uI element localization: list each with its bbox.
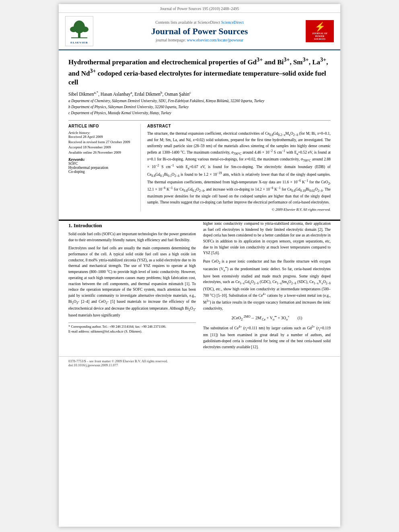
- footer-issn: 0378-7753/$ – see front matter © 2009 El…: [68, 359, 331, 363]
- journal-logo: ⚡ JOURNAL OFPOWERSOURCES: [306, 20, 334, 43]
- page: Journal of Power Sources 195 (2010) 2488…: [59, 4, 340, 527]
- article-info-heading: ARTICLE INFO: [68, 124, 136, 128]
- journal-header: ELSEVIER Contents lists available at Sci…: [59, 13, 340, 50]
- abstract-heading: ABSTRACT: [147, 124, 331, 128]
- elsevier-wordmark: ELSEVIER: [67, 41, 91, 44]
- homepage-url[interactable]: www.elsevier.com/locate/jpowsour: [187, 38, 243, 42]
- keyword-3: Co-doping: [68, 170, 136, 174]
- footer-doi: doi:10.1016/j.jpowsour.2009.11.077: [68, 363, 331, 367]
- body-left-col: 1. Introduction Solid oxide fuel cells (…: [68, 221, 196, 353]
- info-abstract-section: ARTICLE INFO Article history: Received 2…: [68, 120, 331, 212]
- affiliation-a: a Department of Chemistry, Süleyman Demi…: [68, 98, 331, 104]
- affiliations: a Department of Chemistry, Süleyman Demi…: [68, 98, 331, 116]
- logo-text: JOURNAL OFPOWERSOURCES: [312, 32, 328, 41]
- article-title: Hydrothermal preparation and electrochem…: [68, 56, 331, 87]
- received-date: Received 28 April 2009: [68, 135, 136, 139]
- journal-main-title: Journal of Power Sources: [97, 26, 302, 37]
- right-para3: The substitution of Ce4+ (ri=0.111 nm) b…: [203, 325, 331, 350]
- keywords-label: Keywords:: [68, 158, 136, 162]
- journal-title-center: Contents lists available at ScienceDirec…: [97, 20, 302, 42]
- intro-para1: Solid oxide fuel cells (SOFCs) are impor…: [68, 231, 196, 243]
- intro-section-title: 1. Introduction: [68, 222, 196, 229]
- right-para1: higher ionic conductivity compared to yt…: [203, 221, 331, 256]
- sciencedirect-anchor[interactable]: ScienceDirect: [221, 20, 244, 25]
- copyright-text: © 2009 Elsevier B.V. All rights reserved…: [147, 207, 331, 212]
- equation-content: 2CeO2 2MO→ 2M′Ce + Vo•• + 3Oo×: [232, 315, 290, 321]
- affiliation-b: b Department of Physics, Süleyman Demire…: [68, 104, 331, 110]
- keyword-2: Hydrothermal preparation: [68, 166, 136, 170]
- article-info: ARTICLE INFO Article history: Received 2…: [68, 124, 141, 212]
- svg-point-2: [70, 27, 77, 32]
- elsevier-tree-svg: [67, 18, 91, 40]
- history-label: Article history:: [68, 131, 136, 135]
- journal-homepage: journal homepage: www.elsevier.com/locat…: [97, 38, 302, 42]
- sciencedirect-link: Contents lists available at ScienceDirec…: [97, 20, 302, 25]
- authors: Sibel Dikmena,*, Hasan Aslanbaya, Erdal …: [68, 90, 331, 97]
- footer-bar: 0378-7753/$ – see front matter © 2009 El…: [59, 356, 340, 369]
- keywords-section: Keywords: SOFC Hydrothermal preparation …: [68, 158, 136, 174]
- intro-para2: Electrolytes used for fuel cells are usu…: [68, 245, 196, 318]
- footnote-star: * Corresponding author. Tel.: +90 246 21…: [68, 325, 196, 329]
- body-two-col: 1. Introduction Solid oxide fuel cells (…: [59, 221, 340, 353]
- equation-1: 2CeO2 2MO→ 2M′Ce + Vo•• + 3Oo× (1): [203, 315, 331, 321]
- elsevier-logo: ELSEVIER: [65, 16, 93, 46]
- footnote-area: * Corresponding author. Tel.: +90 246 21…: [68, 322, 196, 333]
- available-date: Available online 26 November 2009: [68, 150, 136, 154]
- logo-bolt-icon: ⚡: [315, 22, 325, 32]
- received-revised: Received in revised form 27 October 2009: [68, 140, 136, 144]
- main-content: Hydrothermal preparation and electrochem…: [59, 50, 340, 220]
- svg-point-3: [81, 27, 88, 32]
- top-citation-bar: Journal of Power Sources 195 (2010) 2488…: [59, 4, 340, 13]
- keyword-1: SOFC: [68, 162, 136, 166]
- affiliation-c: c Department of Physics, Mustafa Kemal U…: [68, 110, 331, 116]
- abstract-section: ABSTRACT The structure, the thermal expa…: [147, 124, 331, 212]
- accepted-date: Accepted 18 November 2009: [68, 145, 136, 149]
- abstract-text: The structure, the thermal expansion coe…: [147, 131, 331, 205]
- right-para2: Pure CeO2 is a poor ionic conductor and …: [203, 259, 331, 312]
- footnote-email: E-mail address: sdikmen@fef.sdu.edu.tr (…: [68, 329, 196, 333]
- equation-number: (1): [298, 316, 302, 320]
- citation-text: Journal of Power Sources 195 (2010) 2488…: [160, 6, 239, 11]
- svg-rect-4: [71, 37, 87, 38]
- body-right-col: higher ionic conductivity compared to yt…: [203, 221, 331, 353]
